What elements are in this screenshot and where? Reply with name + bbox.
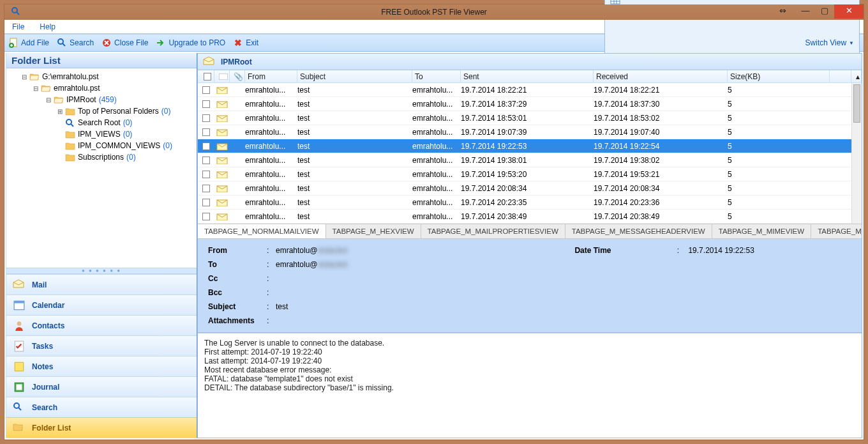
row-checkbox[interactable] xyxy=(202,213,210,220)
tab-message-header[interactable]: TABPAGE_M_MESSAGEHEADERVIEW xyxy=(565,224,712,238)
tree-root[interactable]: ⊟G:\emrahtolu.pst xyxy=(11,71,197,82)
close-button[interactable]: ✕ xyxy=(834,4,864,19)
tree-top-personal[interactable]: ⊞Top of Personal Folders(0) xyxy=(11,105,197,117)
attachment-column[interactable]: 📎 xyxy=(230,70,245,82)
svg-point-13 xyxy=(17,321,22,326)
nav-calendar[interactable]: Calendar xyxy=(6,295,197,315)
title-bar: FREE Outlook PST File Viewer ⇔ — ▢ ✕ xyxy=(4,4,864,20)
app-icon xyxy=(4,6,26,17)
row-from: emrahtolu... xyxy=(245,170,297,179)
size-column[interactable]: Size(KB) xyxy=(728,70,830,82)
select-all-checkbox[interactable] xyxy=(204,73,211,80)
value-subject: test xyxy=(273,300,854,313)
menu-help[interactable]: Help xyxy=(40,22,56,31)
sent-column[interactable]: Sent xyxy=(461,70,594,82)
preview-body[interactable]: The Log Server is unable to connect to t… xyxy=(198,333,862,438)
grid-header[interactable]: 📎 From Subject To Sent Received Size(KB)… xyxy=(198,70,862,83)
tree-ipm-common[interactable]: IPM_COMMON_VIEWS(0) xyxy=(11,140,197,151)
to-column[interactable]: To xyxy=(412,70,461,82)
tab-hex[interactable]: TABPAGE_M_HEXVIEW xyxy=(326,224,421,238)
splitter[interactable]: ● ● ● ● ● ● xyxy=(6,268,197,274)
tab-mime[interactable]: TABPAGE_M_MIMEVIEW xyxy=(712,224,811,238)
table-row[interactable]: emrahtolu...testemrahtolu...19.7.2014 19… xyxy=(198,167,862,181)
label-bcc: Bcc xyxy=(206,286,263,299)
vertical-scrollbar[interactable] xyxy=(851,83,862,224)
nav-search[interactable]: Search xyxy=(6,397,197,417)
nav-folder-list[interactable]: Folder List xyxy=(6,417,197,438)
nav-journal[interactable]: Journal xyxy=(6,376,197,397)
value-attachments xyxy=(273,314,854,327)
folder-tree[interactable]: ⊟G:\emrahtolu.pst ⊟emrahtolu.pst ⊟IPMRoo… xyxy=(6,68,197,268)
from-column[interactable]: From xyxy=(245,70,297,82)
value-cc xyxy=(273,272,854,285)
upgrade-button[interactable]: Upgrade to PRO xyxy=(156,38,225,48)
row-from: emrahtolu... xyxy=(245,128,297,137)
row-from: emrahtolu... xyxy=(245,142,297,151)
row-checkbox[interactable] xyxy=(202,100,210,108)
add-file-button[interactable]: Add File xyxy=(8,38,49,48)
row-checkbox[interactable] xyxy=(202,157,210,164)
tree-ipmroot[interactable]: ⊟IPMRoot(459) xyxy=(11,94,197,105)
search-button[interactable]: Search xyxy=(57,38,94,48)
row-checkbox[interactable] xyxy=(202,185,210,192)
nav-mail[interactable]: Mail xyxy=(6,274,197,295)
row-subject: test xyxy=(297,184,412,193)
svg-rect-18 xyxy=(219,73,228,80)
mail-icon xyxy=(214,213,230,220)
subject-column[interactable]: Subject xyxy=(297,70,412,82)
table-row[interactable]: emrahtolu...testemrahtolu...19.7.2014 20… xyxy=(198,181,862,195)
row-checkbox[interactable] xyxy=(202,171,210,178)
svg-rect-12 xyxy=(14,301,24,303)
row-to: emrahtolu... xyxy=(412,128,461,137)
maximize-button[interactable]: ▢ xyxy=(815,4,834,19)
table-row[interactable]: emrahtolu...testemrahtolu...19.7.2014 19… xyxy=(198,139,862,153)
received-column[interactable]: Received xyxy=(594,70,728,82)
nav-tasks[interactable]: Tasks xyxy=(6,335,197,356)
row-sent: 19.7.2014 20:23:35 xyxy=(461,198,594,207)
label-cc: Cc xyxy=(206,272,263,285)
menu-file[interactable]: File xyxy=(12,22,24,31)
restore-arrows-icon[interactable]: ⇔ xyxy=(773,4,792,19)
nav-list: Mail Calendar Contacts Tasks Notes Journ… xyxy=(6,274,197,438)
table-row[interactable]: emrahtolu...testemrahtolu...19.7.2014 18… xyxy=(198,97,862,111)
row-received: 19.7.2014 19:22:54 xyxy=(594,142,728,151)
scrollbar-thumb[interactable] xyxy=(853,84,860,123)
tree-ipm-views[interactable]: IPM_VIEWS(0) xyxy=(11,128,197,140)
row-sent: 19.7.2014 20:08:34 xyxy=(461,184,594,193)
tree-subscriptions[interactable]: Subscriptions(0) xyxy=(11,151,197,163)
tab-mail-properties[interactable]: TABPAGE_M_MAILPROPERTIESVIEW xyxy=(421,224,565,238)
row-received: 19.7.2014 19:07:40 xyxy=(594,128,728,137)
tree-file[interactable]: ⊟emrahtolu.pst xyxy=(11,82,197,94)
table-row[interactable]: emrahtolu...testemrahtolu...19.7.2014 19… xyxy=(198,125,862,139)
row-checkbox[interactable] xyxy=(202,199,210,206)
row-checkbox[interactable] xyxy=(202,114,210,122)
nav-notes[interactable]: Notes xyxy=(6,356,197,376)
row-size: 5 xyxy=(728,142,830,151)
table-row[interactable]: emrahtolu...testemrahtolu...19.7.2014 19… xyxy=(198,153,862,167)
table-row[interactable]: emrahtolu...testemrahtolu...19.7.2014 18… xyxy=(198,83,862,97)
row-checkbox[interactable] xyxy=(202,128,210,136)
message-grid[interactable]: emrahtolu...testemrahtolu...19.7.2014 18… xyxy=(198,83,862,224)
exit-button[interactable]: ✖Exit xyxy=(233,38,258,48)
table-row[interactable]: emrahtolu...testemrahtolu...19.7.2014 20… xyxy=(198,195,862,210)
row-checkbox[interactable] xyxy=(202,142,210,150)
close-file-button[interactable]: Close File xyxy=(101,38,148,48)
tab-html[interactable]: TABPAGE_M_HTMLVIEW xyxy=(811,224,862,238)
folder-list-header: Folder List xyxy=(6,53,197,68)
table-row[interactable]: emrahtolu...testemrahtolu...19.7.2014 18… xyxy=(198,111,862,125)
mail-icon xyxy=(214,128,230,136)
row-sent: 19.7.2014 18:37:29 xyxy=(461,100,594,109)
tab-normal-mail[interactable]: TABPAGE_M_NORMALMAILVIEW xyxy=(198,224,326,239)
row-checkbox[interactable] xyxy=(202,86,210,94)
mail-icon xyxy=(214,185,230,192)
minimize-button[interactable]: — xyxy=(796,4,815,19)
search-label: Search xyxy=(70,38,94,47)
table-row[interactable]: emrahtolu...testemrahtolu...19.7.2014 20… xyxy=(198,210,862,224)
row-to: emrahtolu... xyxy=(412,86,461,95)
tree-search-root[interactable]: Search Root(0) xyxy=(11,117,197,128)
row-to: emrahtolu... xyxy=(412,212,461,221)
row-to: emrahtolu... xyxy=(412,170,461,179)
nav-contacts[interactable]: Contacts xyxy=(6,315,197,335)
scroll-up-icon[interactable]: ▴ xyxy=(851,70,862,82)
row-to: emrahtolu... xyxy=(412,100,461,109)
